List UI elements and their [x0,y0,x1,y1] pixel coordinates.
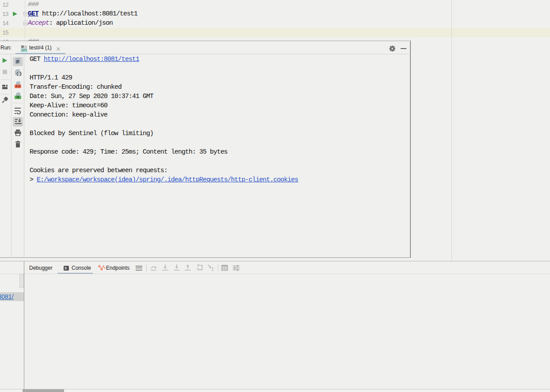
svg-text:H: H [16,95,19,99]
